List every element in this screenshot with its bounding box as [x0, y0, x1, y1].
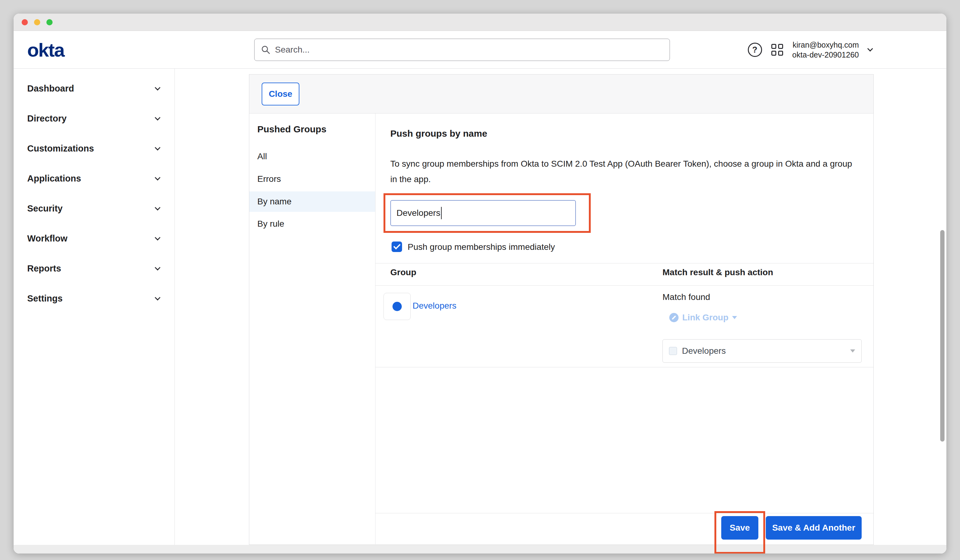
sidebar-item-security[interactable]: Security — [14, 194, 174, 224]
subnav-item-errors[interactable]: Errors — [249, 169, 375, 189]
sidebar-item-dashboard[interactable]: Dashboard — [14, 74, 174, 104]
sidebar-item-label: Applications — [27, 173, 81, 184]
account-info: kiran@boxyhq.com okta-dev-20901260 — [792, 40, 859, 60]
link-group-label: Link Group — [682, 313, 728, 323]
okta-logo: okta — [27, 31, 64, 69]
grid-square — [771, 44, 776, 49]
push-groups-panel: Close Pushed Groups All Errors By name B… — [249, 74, 874, 545]
column-header-match: Match result & push action — [662, 267, 773, 277]
sidebar-item-label: Security — [27, 203, 62, 214]
save-and-add-another-button[interactable]: Save & Add Another — [766, 516, 862, 539]
sidebar-item-label: Directory — [27, 114, 67, 124]
sidebar-item-label: Customizations — [27, 144, 94, 154]
sidebar-item-label: Workflow — [27, 234, 67, 244]
push-immediately-label: Push group memberships immediately — [408, 242, 555, 252]
select-value: Developers — [682, 346, 850, 356]
account-org: okta-dev-20901260 — [792, 50, 859, 60]
sidebar-item-reports[interactable]: Reports — [14, 254, 174, 283]
content-title: Push groups by name — [390, 128, 487, 139]
sidebar-nav: Dashboard Directory Customizations Appli… — [14, 69, 175, 554]
chevron-down-icon — [155, 175, 160, 180]
group-placeholder-icon — [669, 347, 677, 355]
grid-square — [771, 51, 776, 56]
chevron-down-icon — [155, 115, 160, 120]
content-description: To sync group memberships from Okta to S… — [390, 156, 853, 187]
chevron-down-icon — [155, 235, 160, 240]
account-menu-chevron-down-icon[interactable] — [867, 46, 873, 51]
subnav-item-by-name[interactable]: By name — [249, 191, 375, 212]
grid-square — [778, 51, 783, 56]
sidebar-item-workflow[interactable]: Workflow — [14, 224, 174, 254]
sidebar-item-label: Settings — [27, 293, 62, 304]
push-immediately-checkbox[interactable] — [392, 242, 402, 252]
column-header-group: Group — [390, 267, 416, 277]
group-name-input[interactable]: Developers — [390, 200, 576, 226]
match-status-text: Match found — [662, 292, 710, 302]
group-name-link[interactable]: Developers — [413, 301, 456, 311]
chevron-down-icon — [155, 265, 160, 270]
window-titlebar — [14, 14, 946, 31]
sidebar-item-settings[interactable]: Settings — [14, 283, 174, 314]
text-cursor — [441, 207, 442, 219]
grid-square — [778, 44, 783, 49]
chevron-down-icon — [850, 349, 855, 352]
bottom-strip — [14, 545, 946, 554]
sidebar-item-customizations[interactable]: Customizations — [14, 134, 174, 163]
minimize-window-button[interactable] — [34, 19, 40, 26]
app-window: okta ? kiran@boxyhq.com okta-dev-2090126… — [14, 14, 946, 554]
table-top-border — [376, 263, 874, 264]
close-button[interactable]: Close — [262, 83, 299, 106]
table-row-border — [376, 367, 874, 367]
subnav-item-by-rule[interactable]: By rule — [249, 214, 375, 234]
close-window-button[interactable] — [22, 19, 28, 26]
subnav-item-all[interactable]: All — [249, 146, 375, 167]
main-area: Close Pushed Groups All Errors By name B… — [175, 69, 946, 554]
table-header-border — [376, 285, 874, 286]
search-input[interactable] — [275, 45, 670, 55]
match-group-select[interactable]: Developers — [662, 339, 862, 363]
chevron-down-icon — [155, 295, 160, 300]
okta-group-ring-icon — [392, 302, 402, 311]
account-email: kiran@boxyhq.com — [792, 40, 859, 50]
chevron-down-icon — [155, 85, 160, 90]
link-icon — [669, 313, 678, 322]
push-by-name-content: Push groups by name To sync group member… — [376, 114, 874, 544]
search-icon — [261, 45, 270, 55]
group-input-value: Developers — [397, 208, 440, 218]
chevron-down-icon — [155, 205, 160, 210]
sidebar-item-label: Dashboard — [27, 83, 74, 94]
zoom-window-button[interactable] — [46, 19, 53, 26]
group-icon — [384, 293, 411, 320]
panel-toolbar: Close — [249, 75, 874, 114]
chevron-down-icon — [732, 316, 737, 319]
pushed-groups-subnav: Pushed Groups All Errors By name By rule — [249, 114, 376, 544]
link-group-dropdown[interactable]: Link Group — [669, 313, 737, 323]
help-icon[interactable]: ? — [748, 43, 762, 57]
apps-grid-icon[interactable] — [771, 44, 783, 56]
chevron-down-icon — [155, 145, 160, 150]
global-search[interactable] — [254, 38, 670, 61]
sidebar-item-directory[interactable]: Directory — [14, 104, 174, 134]
sidebar-item-label: Reports — [27, 264, 61, 274]
top-header: okta ? kiran@boxyhq.com okta-dev-2090126… — [14, 31, 946, 69]
subnav-title: Pushed Groups — [257, 124, 326, 134]
vertical-scrollbar[interactable] — [940, 230, 944, 442]
save-button[interactable]: Save — [721, 516, 758, 539]
sidebar-item-applications[interactable]: Applications — [14, 163, 174, 194]
